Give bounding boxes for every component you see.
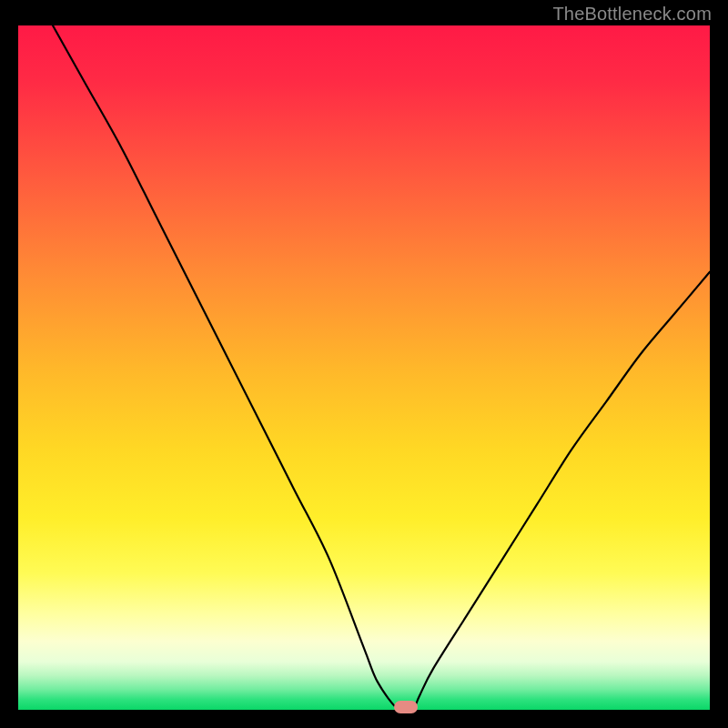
watermark-text: TheBottleneck.com	[552, 4, 712, 25]
bottleneck-curve	[18, 25, 710, 710]
chart-frame: TheBottleneck.com	[0, 0, 728, 728]
plot-area	[18, 25, 710, 710]
optimal-point-marker	[394, 701, 418, 713]
